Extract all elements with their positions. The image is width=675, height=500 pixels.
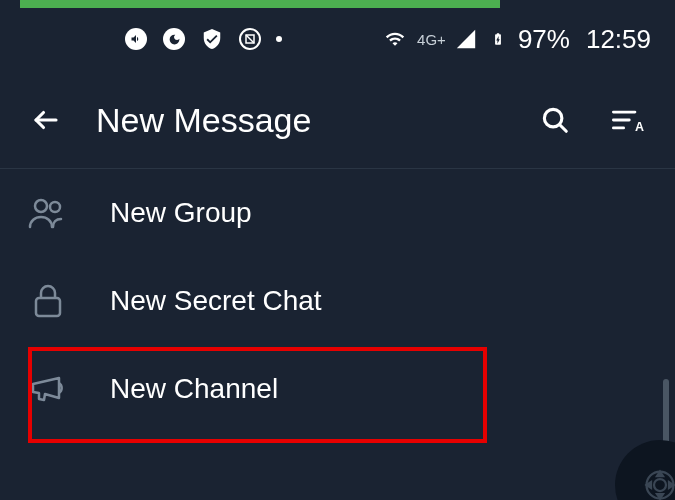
battery-label: 97% xyxy=(518,24,570,55)
svg-text:A: A xyxy=(635,120,644,134)
shield-icon xyxy=(200,27,224,51)
megaphone-icon xyxy=(28,371,68,407)
menu-label: New Channel xyxy=(110,373,278,405)
wifi-icon xyxy=(383,27,407,51)
moon-icon xyxy=(162,27,186,51)
search-icon xyxy=(540,105,570,135)
top-green-bar xyxy=(20,0,500,8)
signal-icon xyxy=(454,27,478,51)
sort-button[interactable]: A xyxy=(607,100,647,140)
sort-icon: A xyxy=(610,105,644,135)
sound-icon xyxy=(124,27,148,51)
menu-list: New Group New Secret Chat New Channel xyxy=(0,169,675,433)
camera-watermark xyxy=(615,440,675,500)
header: New Message A xyxy=(0,72,675,169)
svg-rect-12 xyxy=(36,298,60,316)
status-bar: 4G+ 97% 12:59 xyxy=(0,8,675,72)
back-button[interactable] xyxy=(28,102,64,138)
svg-point-14 xyxy=(654,479,666,491)
group-icon xyxy=(28,195,68,231)
menu-label: New Group xyxy=(110,197,252,229)
scroll-indicator xyxy=(663,379,669,449)
page-title: New Message xyxy=(96,101,503,140)
lock-icon xyxy=(28,283,68,319)
svg-line-2 xyxy=(246,35,254,43)
search-button[interactable] xyxy=(535,100,575,140)
svg-point-10 xyxy=(35,200,47,212)
square-icon xyxy=(238,27,262,51)
menu-item-new-channel[interactable]: New Channel xyxy=(0,345,675,433)
arrow-left-icon xyxy=(31,105,61,135)
menu-item-new-group[interactable]: New Group xyxy=(0,169,675,257)
menu-item-new-secret-chat[interactable]: New Secret Chat xyxy=(0,257,675,345)
svg-point-11 xyxy=(50,202,60,212)
dot-indicator xyxy=(276,36,282,42)
time-label: 12:59 xyxy=(586,24,651,55)
battery-icon xyxy=(486,27,510,51)
menu-label: New Secret Chat xyxy=(110,285,322,317)
svg-line-5 xyxy=(560,125,567,132)
network-label: 4G+ xyxy=(417,31,446,48)
